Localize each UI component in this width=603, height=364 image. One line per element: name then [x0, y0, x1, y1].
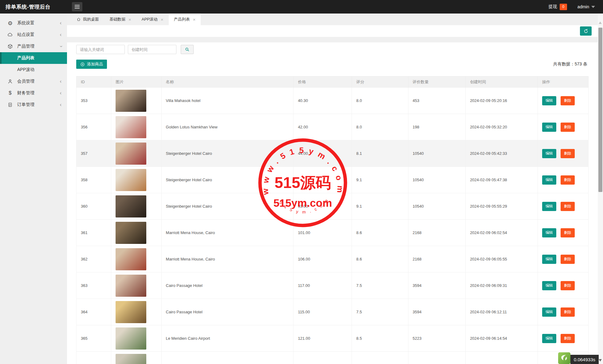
- product-thumbnail: [116, 354, 146, 364]
- tab-label: 产品列表: [174, 17, 190, 22]
- tab-label: 我的桌面: [83, 17, 99, 22]
- refresh-button[interactable]: [580, 26, 592, 36]
- scroll-down-arrow-icon[interactable]: [599, 359, 602, 362]
- product-thumbnail: [116, 301, 146, 323]
- gear-icon: ⚙: [7, 20, 14, 26]
- dollar-icon: $: [7, 90, 14, 96]
- close-icon[interactable]: ×: [161, 17, 164, 22]
- delete-button[interactable]: 删除: [561, 307, 575, 317]
- edit-button[interactable]: 编辑: [542, 334, 556, 343]
- cell-created-time: 2024-02-09 05:20:16: [466, 88, 538, 114]
- debug-badge: 0.064933s: [558, 352, 599, 364]
- cell-price: [294, 167, 352, 193]
- cell-reviews: 2168: [408, 220, 466, 246]
- tab-label: 基础数据: [109, 17, 125, 22]
- create-time-input[interactable]: [128, 45, 176, 54]
- delete-button[interactable]: 删除: [561, 96, 575, 105]
- sidebar-item-member-mgmt[interactable]: 会员管理 ‹: [0, 76, 67, 87]
- product-thumbnail: [116, 116, 146, 138]
- cell-name: Golden Lotus Namkhan View: [161, 114, 294, 140]
- table-row: 365 Le Meridien Cairo Airport 121.00 8.5…: [77, 325, 589, 352]
- tab-bar: 我的桌面 基础数据 × APP滚动 × 产品列表 ×: [67, 14, 598, 25]
- product-thumbnail: [116, 169, 146, 191]
- scrollbar-thumb[interactable]: [598, 28, 602, 192]
- scroll-up-arrow-icon[interactable]: [599, 22, 602, 24]
- edit-button[interactable]: 编辑: [542, 96, 556, 105]
- delete-button[interactable]: 删除: [561, 202, 575, 211]
- tab-product-list[interactable]: 产品列表 ×: [169, 14, 201, 25]
- flame-logo-icon[interactable]: [558, 352, 570, 364]
- close-icon[interactable]: ×: [128, 17, 131, 22]
- product-thumbnail: [116, 327, 146, 350]
- username: admin: [577, 4, 589, 9]
- product-table: ID图片名称价格评分评价数量创建时间操作 353 Villa Mahasok h…: [76, 76, 589, 364]
- cell-created-time: [466, 352, 538, 364]
- cell-rating: 7.5: [352, 299, 408, 325]
- cell-name: [161, 352, 294, 364]
- sidebar-item-order-mgmt[interactable]: 订单管理 ‹: [0, 99, 67, 111]
- cell-reviews: 2168: [408, 246, 466, 272]
- tab-app-scroll[interactable]: APP滚动 ×: [136, 14, 169, 25]
- column-header: 评价数量: [408, 76, 466, 88]
- edit-button[interactable]: 编辑: [542, 202, 556, 211]
- edit-button[interactable]: 编辑: [542, 281, 556, 290]
- chevron-left-icon: ‹: [60, 32, 61, 37]
- user-menu[interactable]: admin: [577, 4, 595, 9]
- delete-button[interactable]: 删除: [561, 281, 575, 290]
- tab-base-data[interactable]: 基础数据 ×: [104, 14, 136, 25]
- table-row: 353 Villa Mahasok hotel 40.30 8.0 453 20…: [77, 88, 589, 114]
- cell-name: Marriott Mena House, Cairo: [161, 246, 294, 272]
- table-row: 362 Marriott Mena House, Cairo 106.00 8.…: [77, 246, 589, 272]
- hamburger-menu-icon[interactable]: [72, 2, 82, 11]
- cell-id: 363: [77, 272, 111, 299]
- sidebar-item-site-settings[interactable]: 站点设置 ‹: [0, 29, 67, 41]
- cell-created-time: 2024-02-09 06:05:55: [466, 246, 538, 272]
- edit-button[interactable]: 编辑: [542, 175, 556, 185]
- edit-button[interactable]: 编辑: [542, 228, 556, 237]
- column-header: ID: [77, 76, 111, 88]
- cell-rating: 8.0: [352, 114, 408, 140]
- edit-button[interactable]: 编辑: [542, 123, 556, 132]
- withdraw-menu[interactable]: 提现 0: [549, 4, 567, 10]
- cell-reviews: 453: [408, 88, 466, 114]
- sidebar-item-label: 会员管理: [17, 79, 34, 84]
- cell-id: 358: [77, 167, 111, 193]
- delete-button[interactable]: 删除: [561, 255, 575, 264]
- cell-id: 361: [77, 220, 111, 246]
- add-product-button[interactable]: 添加商品: [76, 60, 107, 69]
- delete-button[interactable]: 删除: [561, 228, 575, 237]
- keyword-input[interactable]: [76, 45, 125, 54]
- product-thumbnail: [116, 248, 146, 270]
- tab-my-desktop[interactable]: 我的桌面: [71, 14, 104, 25]
- chevron-down-icon: ‹: [58, 45, 63, 47]
- sidebar-item-system-settings[interactable]: ⚙ 系统设置 ‹: [0, 17, 67, 29]
- edit-button[interactable]: 编辑: [542, 307, 556, 317]
- column-header: 图片: [111, 76, 161, 88]
- product-thumbnail: [116, 195, 146, 217]
- cell-created-time: 2024-02-09 05:42:33: [466, 140, 538, 167]
- product-table-wrap: ID图片名称价格评分评价数量创建时间操作 353 Villa Mahasok h…: [76, 76, 589, 364]
- column-header: 名称: [161, 76, 294, 88]
- sidebar-item-finance-mgmt[interactable]: $ 财务管理 ‹: [0, 87, 67, 99]
- cell-id: 364: [77, 299, 111, 325]
- elapsed-time: 0.064933s: [570, 355, 599, 364]
- order-list-icon: [7, 102, 14, 108]
- delete-button[interactable]: 删除: [561, 175, 575, 185]
- delete-button[interactable]: 删除: [561, 334, 575, 343]
- search-button[interactable]: [181, 45, 194, 54]
- chevron-left-icon: ‹: [60, 21, 61, 25]
- sidebar-item-app-scroll[interactable]: APP滚动: [0, 64, 67, 76]
- edit-button[interactable]: 编辑: [542, 149, 556, 158]
- table-row: 364 Cairo Passage Hotel 115.00 7.5 3594 …: [77, 299, 589, 325]
- content-toolbar: [67, 25, 598, 37]
- cell-created-time: 2024-02-09 06:09:31: [466, 272, 538, 299]
- cell-reviews: 5223: [408, 325, 466, 352]
- delete-button[interactable]: 删除: [561, 149, 575, 158]
- close-icon[interactable]: ×: [193, 17, 196, 22]
- sidebar-item-product-list[interactable]: 产品列表: [0, 52, 67, 64]
- sidebar-item-product-mgmt[interactable]: 产品管理 ‹: [0, 41, 67, 52]
- delete-button[interactable]: 删除: [561, 123, 575, 132]
- vertical-scrollbar: [598, 14, 603, 364]
- edit-button[interactable]: 编辑: [542, 255, 556, 264]
- main-area: 我的桌面 基础数据 × APP滚动 × 产品列表 ×: [67, 14, 598, 364]
